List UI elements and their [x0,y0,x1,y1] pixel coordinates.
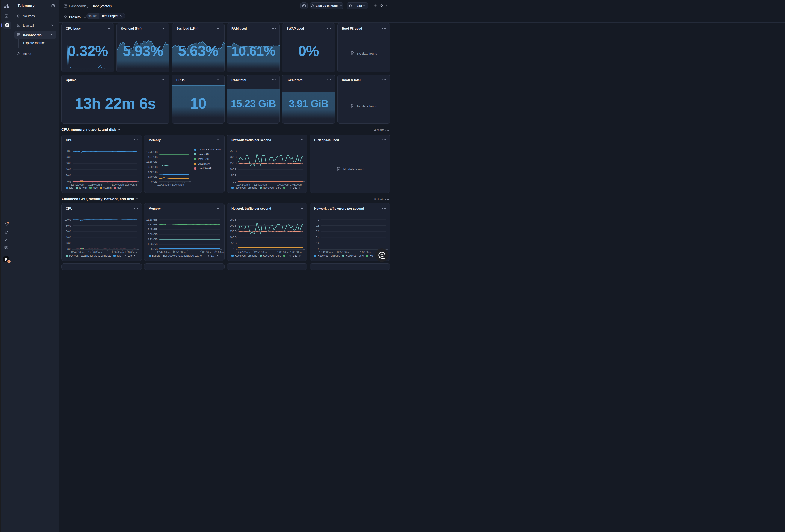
svg-text:1:06:00am: 1:06:00am [290,251,302,254]
svg-text:150 B: 150 B [230,230,236,233]
svg-text:1:06:00am: 1:06:00am [212,251,225,254]
svg-text:0 GiB: 0 GiB [151,180,158,183]
svg-text:60%: 60% [66,230,71,233]
svg-text:0%: 0% [67,180,71,183]
svg-text:1: 1 [318,218,319,221]
svg-text:0 GiB: 0 GiB [151,248,158,251]
svg-text:1:06:00am: 1:06:00am [125,183,137,186]
svg-text:12:42:00am: 12:42:00am [71,251,84,254]
svg-text:1:00:00am: 1:00:00am [172,183,184,186]
svg-text:1.86 GiB: 1.86 GiB [148,243,158,246]
svg-text:16.76 GiB: 16.76 GiB [146,151,158,154]
svg-text:100%: 100% [64,218,71,221]
svg-text:20%: 20% [66,242,71,245]
svg-text:0.2: 0.2 [316,242,319,245]
svg-text:12:42:00am: 12:42:00am [236,183,250,186]
svg-text:1:00:00am: 1:00:00am [360,251,372,254]
svg-text:1:00:00am: 1:00:00am [277,251,289,254]
svg-text:12:42:00am: 12:42:00am [319,251,333,254]
svg-text:3.73 GiB: 3.73 GiB [148,238,158,241]
svg-text:100%: 100% [64,150,71,153]
svg-text:12:50:00am: 12:50:00am [254,251,268,254]
svg-text:5.59 GiB: 5.59 GiB [148,170,158,174]
svg-text:80%: 80% [66,156,71,159]
svg-text:1:00:00am: 1:00:00am [200,251,212,254]
svg-text:200 B: 200 B [230,156,236,159]
svg-text:9.31 GiB: 9.31 GiB [148,223,158,226]
svg-text:0.4: 0.4 [316,236,319,239]
svg-text:40%: 40% [66,168,71,171]
svg-text:250 B: 250 B [230,150,236,153]
svg-text:12:50:00am: 12:50:00am [88,183,102,186]
svg-text:1:00:00am: 1:00:00am [112,251,124,254]
svg-text:1:00:00am: 1:00:00am [277,183,289,186]
svg-text:1:06:00am: 1:06:00am [125,251,137,254]
svg-text:100 B: 100 B [230,236,236,239]
svg-text:1:00:00am: 1:00:00am [112,183,124,186]
svg-text:11.18 GiB: 11.18 GiB [147,160,158,163]
svg-text:11.18 GiB: 11.18 GiB [147,218,158,221]
svg-text:0.8: 0.8 [316,224,319,227]
svg-text:250 B: 250 B [230,218,236,221]
svg-text:0 B: 0 B [233,248,236,251]
svg-text:20%: 20% [66,174,71,177]
svg-text:7.45 GiB: 7.45 GiB [148,228,158,231]
svg-text:150 B: 150 B [230,162,236,165]
svg-text:12:42:00am: 12:42:00am [71,183,84,186]
svg-text:200 B: 200 B [230,224,236,227]
svg-text:0%: 0% [67,248,71,251]
svg-text:60%: 60% [66,162,71,165]
svg-text:40%: 40% [66,236,71,239]
svg-text:12:42:00am: 12:42:00am [157,251,170,254]
svg-text:100 B: 100 B [230,168,236,171]
svg-text:12:50:00am: 12:50:00am [88,251,102,254]
svg-text:50 B: 50 B [231,174,236,177]
svg-text:12:50:00am: 12:50:00am [173,251,186,254]
svg-text:8.38 GiB: 8.38 GiB [148,165,158,168]
svg-text:13.97 GiB: 13.97 GiB [146,155,158,158]
svg-text:0.6: 0.6 [316,230,319,233]
svg-text:80%: 80% [66,224,71,227]
svg-text:50 B: 50 B [231,242,236,245]
svg-text:12:50:00am: 12:50:00am [254,183,268,186]
svg-text:12:50:00am: 12:50:00am [337,251,350,254]
svg-text:0 B: 0 B [233,180,236,183]
svg-text:12:42:00am: 12:42:00am [236,251,250,254]
svg-text:2.79 GiB: 2.79 GiB [148,175,158,178]
svg-text:1:06:00am: 1:06:00am [290,183,302,186]
svg-text:12:42:00am: 12:42:00am [157,183,171,186]
svg-text:5.59 GiB: 5.59 GiB [148,233,158,236]
svg-text:0: 0 [318,248,319,251]
